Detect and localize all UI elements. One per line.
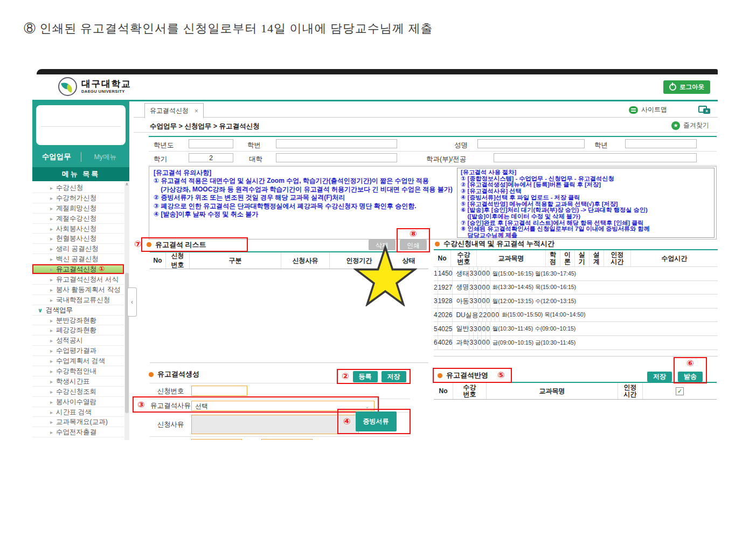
sidebar-menu-item[interactable]: 수업평가결과	[32, 346, 124, 356]
sidebar-menu-item[interactable]: 수강학점안내	[32, 366, 124, 376]
apply-section-title: 유고결석반영	[446, 371, 488, 380]
app-window: 대구대학교 DAEGU UNIVERSITY 로그아웃 수업업무 My메뉴 메뉴…	[32, 69, 718, 440]
semester-label: 학기	[154, 155, 167, 164]
grade-field[interactable]	[625, 139, 697, 148]
sidebar-menu-item[interactable]: 유고결석신청①	[32, 264, 124, 275]
sidebar-menu-item[interactable]: 수업전자출결	[32, 427, 124, 437]
annotation-box-evidence: ④ 증빙서류	[337, 409, 411, 434]
sidebar-menu-item[interactable]: 헌혈봉사신청	[32, 234, 124, 244]
annotation-number: ①	[99, 265, 105, 273]
major-label: 학과(부)/전공	[426, 155, 466, 164]
register-button[interactable]: 등록	[353, 371, 378, 382]
sidebar-tab-mymenu[interactable]: My메뉴	[81, 153, 130, 162]
favorite-button[interactable]: ★ 즐겨찾기	[671, 121, 709, 130]
save-button[interactable]: 저장	[382, 371, 406, 382]
column-header: 교과목명	[477, 250, 546, 266]
enrollment-row[interactable]: 5 4025 일반 3 3 0 0 0 월(10:30~11:45) 수(09:…	[434, 322, 718, 336]
enrollment-row[interactable]: 1 1450 생태 3 3 0 0 0 월(15:00~16:15) 월(16:…	[434, 267, 718, 281]
enrollment-row[interactable]: 4 2026 DU실용 2 2 0 0 0 화(15:00~15:50) 목(1…	[434, 308, 718, 323]
window-top-strip	[37, 69, 718, 74]
annotation-box-send: ⑥ 발송	[674, 357, 707, 383]
sidebar-menu-item[interactable]: 봉사이수열람	[32, 397, 124, 407]
semester-field[interactable]	[189, 153, 233, 162]
star-annotation	[353, 245, 417, 306]
check-all-checkbox[interactable]: ✓	[676, 387, 684, 395]
enroll-section-title: 수강신청내역 및 유고결석 누적시간	[443, 239, 554, 249]
triangle-icon	[50, 235, 56, 242]
notice-line: ① 유고결석 적용은 대면수업 및 실시간 Zoom 수업, 학습기간(출석인정…	[154, 177, 455, 185]
sitemap-link[interactable]: 사이트맵	[641, 105, 667, 114]
column-header: 인정 시간	[604, 250, 631, 266]
sidebar-menu-item[interactable]: 계절수강신청	[32, 214, 124, 224]
major-field[interactable]	[494, 153, 697, 162]
sidebar-menu-item[interactable]: 생리 공결신청	[32, 244, 124, 254]
logo-title: 대구대학교	[81, 79, 131, 89]
sidebar-menu-item[interactable]: 사회봉사신청	[32, 224, 124, 234]
sidebar-menu-item[interactable]: 수업계획서 검색	[32, 356, 124, 366]
period-end-field[interactable]	[261, 439, 313, 440]
tab-absence-request[interactable]: 유고결석신청 ×	[144, 103, 204, 118]
sidebar-menu-item[interactable]: 수강허가신청	[32, 193, 124, 203]
send-button[interactable]: 발송	[678, 372, 703, 382]
sidebar-menu-item[interactable]: 학생시간표	[32, 376, 124, 387]
sidebar-menu-item[interactable]: 분반강좌현황	[32, 315, 124, 326]
sidebar-menu-item[interactable]: 유고결석신청서 서식	[32, 275, 124, 285]
power-icon	[669, 84, 676, 91]
triangle-icon	[50, 398, 56, 406]
period-start-field[interactable]	[191, 439, 242, 440]
request-no-field[interactable]	[191, 386, 247, 396]
triangle-icon	[50, 326, 56, 334]
sidebar-tab-work[interactable]: 수업업무	[32, 152, 81, 162]
reason-label: 신청사유	[150, 413, 191, 436]
reason-textarea[interactable]	[191, 415, 359, 434]
year-label: 학년도	[154, 141, 174, 150]
college-field[interactable]	[276, 153, 397, 162]
triangle-icon	[50, 317, 56, 324]
notice-cautions: [유고결석 유의사항] ① 유고결석 적용은 대면수업 및 실시간 Zoom 수…	[154, 169, 455, 218]
page-title: ⑧ 인쇄된 유고결석확인서를 신청일로부터 14일 이내에 담당교수님께 제출	[24, 20, 433, 37]
column-header: No	[434, 250, 451, 266]
column-header: No	[150, 252, 166, 269]
bullet-icon	[435, 242, 440, 246]
scroll-up-icon[interactable]: ∧	[124, 181, 129, 188]
enrollment-row[interactable]: 3 1928 아동 3 3 0 0 0 월(12:00~13:15) 수(12:…	[434, 294, 718, 308]
sidebar-menu-item[interactable]: 폐강강좌현황	[32, 325, 124, 335]
annotation-5: ⑤	[497, 371, 505, 380]
studentno-field[interactable]	[276, 139, 397, 148]
screenshot-root: ⑧ 인쇄된 유고결석확인서를 신청일로부터 14일 이내에 담당교수님께 제출 …	[0, 0, 756, 535]
sidebar-menu-item[interactable]: 계절희망신청	[32, 203, 124, 214]
name-field[interactable]	[477, 139, 585, 148]
triangle-icon	[50, 408, 56, 416]
sitemap-icon[interactable]	[629, 106, 638, 114]
annotation-6: ⑥	[686, 359, 694, 368]
triangle-icon	[50, 255, 56, 263]
sidebar-menu-item[interactable]: 성적공시	[32, 335, 124, 346]
sidebar-menu-item[interactable]: 수강신청조회	[32, 387, 124, 397]
notice-procedure-title: [유고결석 사용 절차]	[461, 169, 711, 176]
apply-save-button[interactable]: 저장	[647, 372, 672, 382]
star-icon: ★	[671, 121, 680, 130]
column-header: 신청사유	[281, 252, 330, 269]
sidebar-menu-item[interactable]: 봉사 활동계획서 작성	[32, 285, 124, 295]
sidebar-menu-item[interactable]: 교과목개요(교과)	[32, 417, 124, 427]
annotation-7: ⑦	[134, 240, 142, 249]
tab-close-icon[interactable]: ×	[195, 107, 198, 115]
sidebar-menu-item[interactable]: 백신 공결신청	[32, 254, 124, 264]
enrollment-row[interactable]: 6 4026 과학 3 3 0 0 0 금(09:00~10:15) 금(10:…	[434, 336, 718, 350]
year-field[interactable]	[189, 139, 233, 148]
triangle-icon	[50, 296, 56, 304]
close-all-windows-icon[interactable]: x	[698, 106, 710, 114]
annotation-4: ④	[343, 417, 351, 426]
evidence-button[interactable]: 증빙서류	[356, 411, 397, 431]
sidebar-menu-item[interactable]: 국내학점교류신청	[32, 295, 124, 305]
sidebar-menu-item[interactable]: 검색업무	[32, 305, 124, 315]
enrollment-row[interactable]: 2 1927 생명 3 3 0 0 0 화(13:30~14:45) 목(15:…	[434, 281, 718, 295]
column-header: No	[434, 383, 453, 399]
sidebar-collapse-button[interactable]	[127, 287, 137, 317]
sidebar-menu-item[interactable]: 수강신청	[32, 183, 124, 193]
tab-strip: 유고결석신청 × 사이트맵 x	[134, 101, 718, 118]
logout-button[interactable]: 로그아웃	[663, 80, 710, 94]
column-header: 인정 시간	[618, 383, 643, 399]
triangle-icon	[50, 357, 56, 365]
sidebar-menu-item[interactable]: 시간표 검색	[32, 407, 124, 417]
